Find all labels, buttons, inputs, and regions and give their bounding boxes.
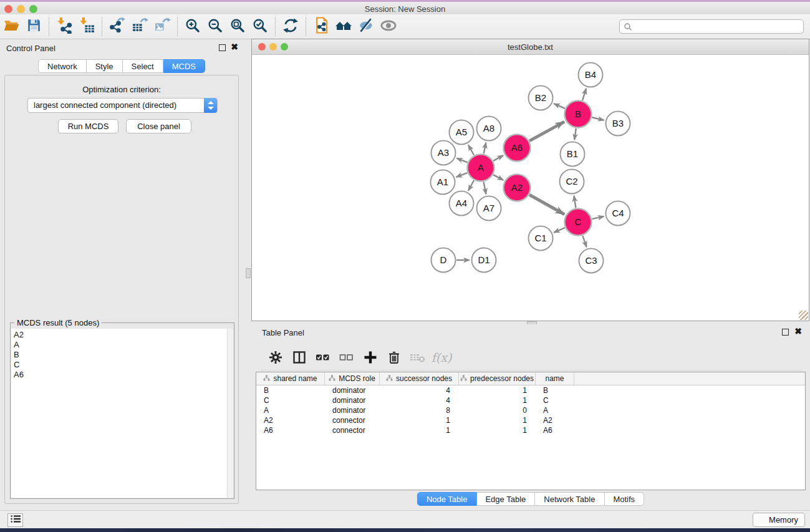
node-A5[interactable]: A5 (450, 120, 474, 145)
edge-A-A5[interactable] (468, 145, 474, 155)
window-resize-grip[interactable] (799, 311, 808, 320)
network-from-file-button[interactable] (310, 16, 332, 37)
zoom-out-button[interactable] (204, 16, 226, 37)
memory-button[interactable]: Memory (753, 513, 805, 527)
export-table-button[interactable] (128, 16, 151, 37)
float-panel-icon[interactable] (219, 44, 226, 51)
result-item[interactable]: A2 (14, 330, 228, 340)
node-A8[interactable]: A8 (477, 117, 501, 141)
open-session-button[interactable] (0, 16, 22, 37)
node-C3[interactable]: C3 (579, 249, 604, 273)
close-table-panel-icon[interactable]: ✖ (794, 326, 802, 336)
edge-A6-B[interactable] (529, 122, 564, 141)
zoom-selected-button[interactable] (249, 16, 271, 37)
network-window-titlebar[interactable]: testGlobe.txt (252, 39, 809, 55)
node-B1[interactable]: B1 (561, 142, 585, 167)
node-A4[interactable]: A4 (450, 191, 474, 216)
edge-B-B1[interactable] (574, 128, 576, 140)
node-A7[interactable]: A7 (477, 196, 501, 221)
node-B3[interactable]: B3 (606, 112, 630, 136)
node-B[interactable]: B (565, 101, 592, 128)
run-mcds-button[interactable]: Run MCDS (58, 119, 118, 133)
edge-C-C3[interactable] (582, 236, 586, 247)
network-canvas[interactable]: B4B2BB3A5A8A6A3B1AA1C2A2A4A7C4CC1C3DD1 (252, 55, 809, 321)
show-columns-button[interactable] (291, 349, 307, 365)
table-row[interactable]: A2connector11A2 (256, 415, 805, 425)
node-A1[interactable]: A1 (431, 170, 455, 195)
tab-select[interactable]: Select (123, 59, 163, 73)
export-image-button[interactable] (151, 16, 173, 37)
node-A2[interactable]: A2 (504, 175, 531, 201)
show-selected-button[interactable] (377, 16, 400, 37)
result-item[interactable]: B (14, 350, 228, 360)
vertical-splitter-grip[interactable] (246, 268, 251, 278)
column-header-shared-name[interactable]: shared name (256, 372, 325, 385)
mcds-result-list[interactable]: A2ABCA6 (11, 329, 228, 498)
column-header-MCDS-role[interactable]: MCDS role (325, 372, 380, 385)
edge-A-A4[interactable] (468, 180, 474, 191)
column-header-predecessor-nodes[interactable]: predecessor nodes (459, 372, 536, 385)
table-settings-button[interactable] (268, 349, 284, 365)
tab-mcds[interactable]: MCDS (163, 59, 205, 73)
node-table[interactable]: shared nameMCDS rolesuccessor nodesprede… (256, 372, 806, 490)
select-all-button[interactable] (315, 349, 331, 365)
search-input[interactable] (619, 19, 804, 34)
node-C2[interactable]: C2 (560, 170, 584, 194)
hide-selected-button[interactable] (355, 16, 377, 37)
node-D1[interactable]: D1 (472, 248, 496, 273)
table-row[interactable]: Adominator80A (256, 405, 805, 415)
edge-A-A8[interactable] (484, 143, 486, 154)
deselect-all-button[interactable] (339, 349, 355, 365)
table-row[interactable]: Cdominator41C (256, 395, 805, 405)
edge-B-B2[interactable] (554, 104, 565, 109)
home-button[interactable] (332, 16, 355, 37)
zoom-fit-button[interactable] (226, 16, 249, 37)
edge-A-A3[interactable] (456, 158, 467, 163)
edge-C-C4[interactable] (592, 216, 604, 219)
node-B4[interactable]: B4 (579, 63, 603, 87)
node-D[interactable]: D (432, 248, 456, 273)
node-B2[interactable]: B2 (529, 86, 553, 110)
result-item[interactable]: A (14, 340, 228, 350)
import-network-button[interactable] (53, 16, 75, 37)
table-tab-edge-table[interactable]: Edge Table (476, 492, 535, 506)
node-A[interactable]: A (468, 155, 494, 181)
column-header-name[interactable]: name (536, 372, 574, 385)
table-row[interactable]: Bdominator41B (256, 385, 805, 395)
edge-A-A2[interactable] (493, 175, 503, 180)
result-item[interactable]: C (14, 360, 228, 370)
refresh-button[interactable] (279, 16, 302, 37)
tab-network[interactable]: Network (38, 59, 87, 73)
edge-A-A1[interactable] (456, 173, 468, 177)
optimization-criterion-select[interactable]: largest connected component (directed) (27, 98, 218, 113)
save-session-button[interactable] (22, 16, 45, 37)
node-A3[interactable]: A3 (432, 141, 456, 165)
result-scrollbar[interactable] (227, 329, 233, 498)
delete-row-button[interactable] (386, 349, 402, 365)
table-tab-network-table[interactable]: Network Table (535, 492, 604, 506)
close-panel-icon[interactable]: ✖ (231, 42, 238, 52)
edge-B-B4[interactable] (582, 89, 586, 100)
table-tab-motifs[interactable]: Motifs (604, 492, 644, 506)
node-C[interactable]: C (565, 209, 592, 236)
edge-A2-C[interactable] (529, 195, 564, 215)
edge-C-C2[interactable] (574, 196, 576, 208)
edge-C-C1[interactable] (554, 228, 565, 233)
column-header-successor-nodes[interactable]: successor nodes (380, 372, 459, 385)
zoom-in-button[interactable] (181, 16, 204, 37)
node-C4[interactable]: C4 (606, 201, 630, 226)
result-item[interactable]: A6 (14, 370, 228, 380)
table-row[interactable]: A6connector11A6 (256, 425, 805, 435)
task-history-button[interactable] (7, 513, 23, 527)
tab-style[interactable]: Style (87, 59, 123, 73)
edge-A-A7[interactable] (484, 182, 486, 195)
float-table-panel-icon[interactable] (782, 329, 789, 336)
table-tab-node-table[interactable]: Node Table (417, 492, 477, 506)
import-table-button[interactable] (75, 16, 98, 37)
node-C1[interactable]: C1 (529, 226, 553, 251)
node-A6[interactable]: A6 (504, 135, 531, 162)
close-panel-button[interactable]: Close panel (126, 119, 191, 133)
edge-B-B3[interactable] (592, 117, 604, 120)
edge-A-A6[interactable] (493, 155, 503, 161)
add-row-button[interactable] (362, 349, 378, 365)
